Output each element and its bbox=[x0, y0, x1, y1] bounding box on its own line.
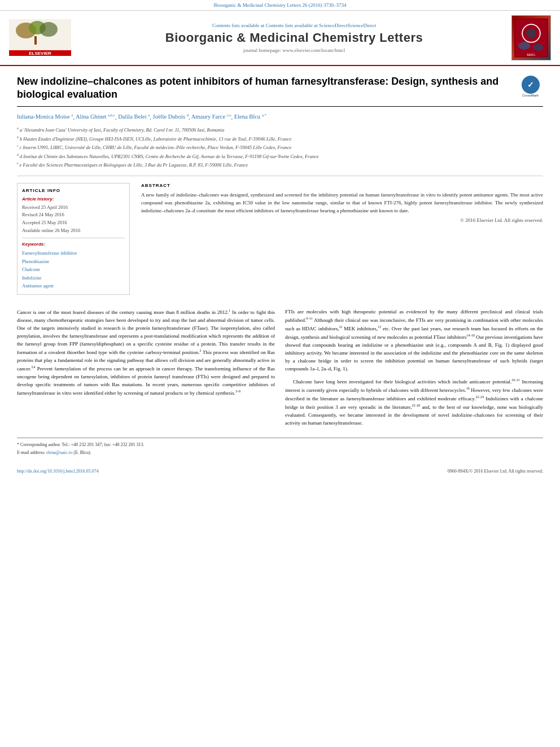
keywords-title: Keywords: bbox=[22, 242, 125, 247]
footnotes: * Corresponding author. Tel.: +40 232 20… bbox=[17, 438, 543, 456]
body-col-left: Cancer is one of the most feared disease… bbox=[17, 308, 275, 431]
footer-issn: 0960-894X/© 2016 Elsevier Ltd. All right… bbox=[448, 469, 543, 474]
abstract-copyright: © 2016 Elsevier Ltd. All rights reserved… bbox=[141, 217, 543, 223]
article-title-section: New indolizine–chalcones as potent inhib… bbox=[17, 75, 543, 107]
svg-rect-4 bbox=[34, 36, 37, 45]
footnote-1: * Corresponding author. Tel.: +40 232 20… bbox=[17, 442, 543, 448]
author-joelle: Joëlle Dubois d bbox=[153, 113, 189, 120]
keyword-5: Antitumor agent bbox=[22, 282, 125, 290]
affil-b: b b Hautes Etudes d'Ingénieur (HEI), Gro… bbox=[17, 135, 543, 143]
affil-a: a a 'Alexandru Ioan Cuza' University of … bbox=[17, 126, 543, 134]
elsevier-logo: ELSEVIER bbox=[9, 19, 71, 56]
keyword-1: Farnesyltransferase inhibitor bbox=[22, 249, 125, 257]
svg-point-10 bbox=[526, 28, 536, 38]
page-footer: http://dx.doi.org/10.1016/j.bmcl.2016.05… bbox=[0, 466, 560, 476]
journal-citation-text: Bioorganic & Medicinal Chemistry Letters… bbox=[213, 2, 346, 8]
article-title: New indolizine–chalcones as potent inhib… bbox=[17, 75, 512, 102]
keyword-4: Indolizine bbox=[22, 274, 125, 282]
body-para-left-1: Cancer is one of the most feared disease… bbox=[17, 308, 275, 397]
journal-header-right: B&MCL bbox=[500, 15, 551, 60]
authors-line: Iuliana-Monica Moise a, Alina Ghinet a,b… bbox=[17, 112, 543, 121]
affiliations: a a 'Alexandru Ioan Cuza' University of … bbox=[17, 126, 543, 176]
article-info-title: ARTICLE INFO bbox=[22, 188, 125, 193]
crossmark-logo[interactable]: ✓ CrossMark bbox=[518, 75, 543, 98]
info-abstract-section: ARTICLE INFO Article history: Received 2… bbox=[17, 183, 543, 301]
author-alina: Alina Ghinet a,b,c bbox=[76, 113, 115, 120]
svg-point-3 bbox=[40, 22, 58, 37]
keyword-3: Chalcone bbox=[22, 265, 125, 273]
received-date: Received 25 April 2016 bbox=[22, 204, 125, 212]
abstract-col: ABSTRACT A new family of indolizine–chal… bbox=[141, 183, 543, 301]
email-link[interactable]: elena@uaic.ro bbox=[46, 450, 72, 455]
article-info-col: ARTICLE INFO Article history: Received 2… bbox=[17, 183, 130, 301]
crossmark-icon: ✓ bbox=[522, 76, 540, 94]
author-iuliana: Iuliana-Monica Moise a bbox=[17, 113, 73, 120]
body-para-right-1: FTIs are molecules with high therapeutic… bbox=[285, 308, 543, 373]
journal-homepage: journal homepage: www.elsevier.com/locat… bbox=[88, 47, 500, 53]
abstract-title: ABSTRACT bbox=[141, 183, 543, 188]
crossmark-label: CrossMark bbox=[522, 94, 539, 97]
sciencedirect-link[interactable]: Contents lists available at ScienceDirec… bbox=[266, 23, 348, 28]
journal-header-left: ELSEVIER bbox=[9, 19, 88, 57]
affil-d: d d Institut de Chimie des Substances Na… bbox=[17, 152, 543, 160]
body-col-right: FTIs are molecules with high therapeutic… bbox=[285, 308, 543, 431]
article-content: New indolizine–chalcones as potent inhib… bbox=[0, 66, 560, 466]
svg-text:ELSEVIER: ELSEVIER bbox=[29, 51, 51, 56]
journal-header: ELSEVIER Contents lists available at Con… bbox=[0, 11, 560, 66]
sciencedirect-text[interactable]: Contents lists available at Contents lis… bbox=[88, 23, 500, 28]
affil-e: e e Faculté des Sciences Pharmaceutiques… bbox=[17, 161, 543, 169]
svg-point-12 bbox=[533, 44, 544, 51]
journal-citation-bar: Bioorganic & Medicinal Chemistry Letters… bbox=[0, 0, 560, 11]
keyword-2: Phenothiazine bbox=[22, 257, 125, 265]
affil-c: c c Inserm U995, LIRIC, Université de Li… bbox=[17, 143, 543, 151]
keywords-section: Keywords: Farnesyltransferase inhibitor … bbox=[22, 242, 125, 290]
available-date: Available online 26 May 2016 bbox=[22, 227, 125, 235]
author-elena: Elena Bîcu a,* bbox=[234, 113, 266, 120]
abstract-text: A new family of indolizine–chalcones was… bbox=[141, 191, 543, 215]
body-para-right-2: Chalcone have long been investigated for… bbox=[285, 378, 543, 427]
footer-doi[interactable]: http://dx.doi.org/10.1016/j.bmcl.2016.05… bbox=[17, 469, 99, 474]
journal-title: Bioorganic & Medicinal Chemistry Letters bbox=[88, 30, 500, 45]
article-info-box: ARTICLE INFO Article history: Received 2… bbox=[17, 183, 130, 295]
history-label: Article history: bbox=[22, 196, 125, 202]
svg-text:B&MCL: B&MCL bbox=[527, 54, 536, 56]
author-amaury: Amaury Farce c,e bbox=[191, 113, 231, 120]
journal-cover-image: B&MCL bbox=[511, 15, 551, 60]
abstract-section: ABSTRACT A new family of indolizine–chal… bbox=[141, 183, 543, 223]
body-text-section: Cancer is one of the most feared disease… bbox=[17, 308, 543, 431]
revised-date: Revised 24 May 2016 bbox=[22, 211, 125, 219]
author-dalila: Dalila Belei a bbox=[118, 113, 150, 120]
svg-point-11 bbox=[518, 42, 530, 50]
accepted-date: Accepted 25 May 2016 bbox=[22, 219, 125, 227]
divider bbox=[22, 238, 125, 238]
footnote-2: E-mail address: elena@uaic.ro (E. Bîcu). bbox=[17, 449, 543, 456]
journal-header-center: Contents lists available at Contents lis… bbox=[88, 23, 500, 53]
